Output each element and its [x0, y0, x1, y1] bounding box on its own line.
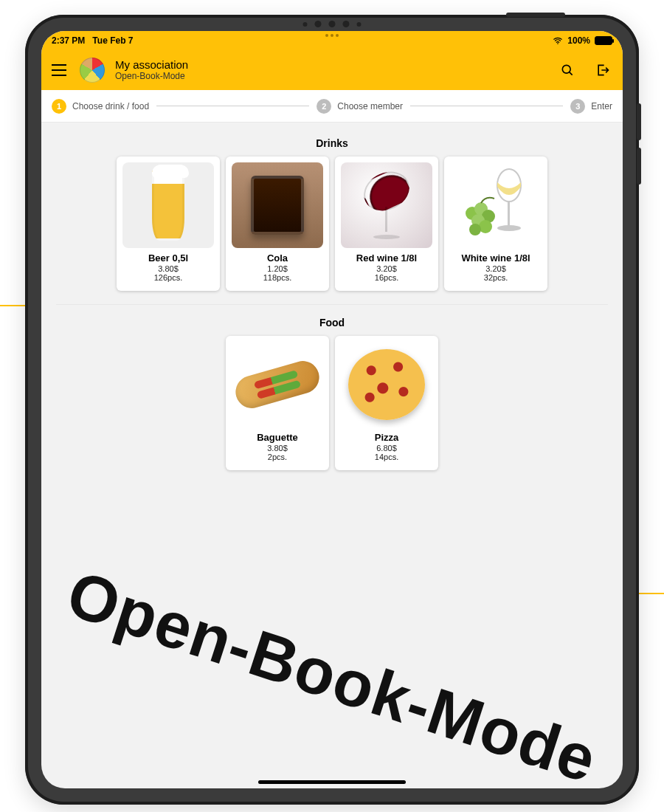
product-image-red-wine [341, 162, 432, 248]
step-divider [410, 106, 563, 106]
product-name: Cola [232, 252, 323, 264]
step-label-1: Choose drink / food [72, 101, 149, 111]
product-image-pizza [341, 342, 432, 427]
product-price: 3.20$ [450, 264, 542, 273]
step-label-2: Choose member [337, 101, 403, 111]
drinks-grid: Beer 0,5l 3.80$ 126pcs. Cola 1.20$ 118pc… [41, 156, 623, 304]
svg-rect-4 [508, 202, 510, 227]
svg-point-0 [557, 43, 558, 44]
status-time: 2:37 PM [52, 35, 85, 46]
battery-icon [595, 36, 612, 45]
app-bar: My association Open-Book-Mode [41, 50, 623, 90]
product-name: Baguette [232, 432, 323, 443]
section-title-drinks: Drinks [41, 137, 623, 149]
stepper: 1 Choose drink / food 2 Choose member 3 … [41, 90, 623, 123]
svg-line-2 [570, 72, 573, 75]
step-number-3: 3 [570, 99, 585, 114]
step-choose-item[interactable]: 1 Choose drink / food [52, 99, 149, 114]
step-number-2: 2 [317, 99, 331, 114]
svg-point-10 [479, 220, 492, 233]
menu-button[interactable] [49, 60, 69, 80]
product-card-baguette[interactable]: Baguette 3.80$ 2pcs. [226, 336, 329, 470]
multitasking-dots[interactable] [325, 34, 339, 37]
logout-icon [595, 63, 610, 78]
svg-point-3 [497, 169, 521, 202]
product-price: 3.20$ [341, 264, 432, 273]
step-number-1: 1 [52, 99, 66, 114]
product-name: Beer 0,5l [122, 252, 214, 264]
status-battery-pct: 100% [567, 35, 590, 46]
section-title-food: Food [41, 317, 623, 328]
product-name: White wine 1/8l [450, 252, 542, 264]
appbar-subtitle: Open-Book-Mode [115, 72, 188, 82]
section-divider [56, 304, 608, 305]
watermark-text: Open-Book-Mode [58, 556, 606, 788]
product-image-baguette [232, 342, 323, 427]
product-price: 6.80$ [341, 444, 432, 453]
product-card-cola[interactable]: Cola 1.20$ 118pcs. [226, 156, 329, 291]
device-volume-up [637, 103, 641, 140]
product-card-white-wine[interactable]: White wine 1/8l 3.20$ 32pcs. [444, 156, 547, 291]
food-grid: Baguette 3.80$ 2pcs. Pizza 6.80$ 14pcs. [41, 336, 623, 484]
grapes-icon [466, 198, 495, 235]
content-area: Drinks Beer 0,5l 3.80$ 126pcs. Cola 1.20… [41, 123, 623, 788]
step-choose-member[interactable]: 2 Choose member [317, 99, 403, 114]
product-name: Pizza [341, 432, 432, 443]
search-icon [560, 63, 575, 78]
device-camera-cluster [303, 21, 362, 27]
step-divider [156, 106, 309, 106]
step-label-3: Enter [591, 101, 612, 111]
product-stock: 126pcs. [122, 273, 214, 282]
search-button[interactable] [555, 58, 580, 83]
product-stock: 2pcs. [232, 453, 323, 461]
status-bar: 2:37 PM Tue Feb 7 100% [41, 31, 623, 50]
svg-point-5 [497, 225, 521, 231]
product-image-cola [232, 162, 323, 248]
svg-point-11 [469, 224, 481, 235]
product-price: 3.80$ [232, 444, 323, 453]
step-enter[interactable]: 3 Enter [570, 99, 612, 114]
screen: 2:37 PM Tue Feb 7 100% My association Op… [41, 31, 623, 788]
product-card-pizza[interactable]: Pizza 6.80$ 14pcs. [335, 336, 438, 470]
home-indicator[interactable] [258, 780, 406, 784]
logout-button[interactable] [590, 58, 615, 83]
product-name: Red wine 1/8l [341, 252, 432, 264]
product-image-beer [122, 162, 214, 248]
status-date: Tue Feb 7 [92, 35, 133, 46]
product-price: 3.80$ [122, 264, 214, 273]
product-image-white-wine [450, 162, 542, 248]
product-stock: 14pcs. [341, 453, 432, 461]
white-wine-glass-icon [497, 169, 521, 231]
wifi-icon [553, 35, 563, 46]
svg-point-1 [562, 65, 570, 73]
product-stock: 32pcs. [450, 273, 542, 282]
ipad-frame: 2:37 PM Tue Feb 7 100% My association Op… [25, 15, 639, 805]
appbar-title: My association [115, 58, 188, 71]
product-price: 1.20$ [232, 264, 323, 273]
product-stock: 16pcs. [341, 273, 432, 282]
product-card-red-wine[interactable]: Red wine 1/8l 3.20$ 16pcs. [335, 156, 438, 291]
product-card-beer[interactable]: Beer 0,5l 3.80$ 126pcs. [117, 156, 220, 291]
device-volume-down [637, 148, 641, 185]
product-stock: 118pcs. [232, 273, 323, 282]
device-power-button [506, 13, 565, 17]
association-avatar[interactable] [80, 58, 105, 83]
